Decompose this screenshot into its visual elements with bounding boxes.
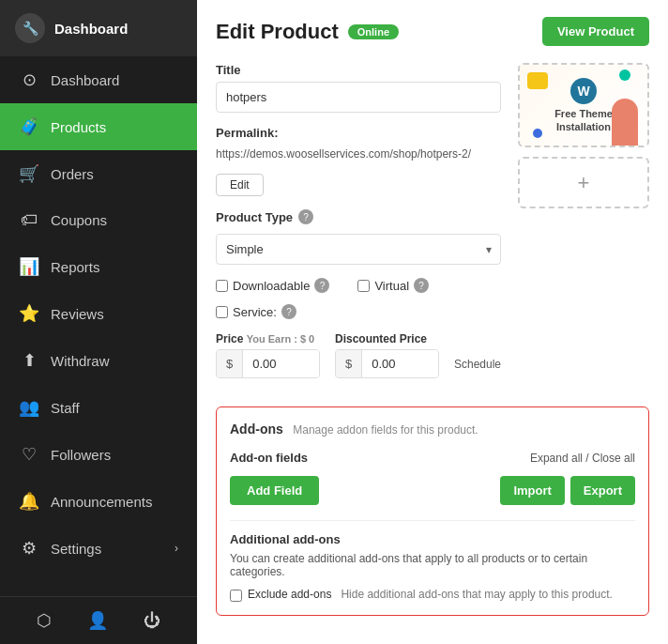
main-content: Edit Product Online View Product Title P… bbox=[197, 0, 668, 644]
sidebar-item-announcements[interactable]: 🔔 Announcements bbox=[0, 478, 197, 525]
addon-fields-label: Add-on fields bbox=[230, 451, 308, 465]
price-input[interactable] bbox=[243, 350, 319, 377]
sidebar-item-label: Reports bbox=[51, 259, 100, 275]
status-badge: Online bbox=[348, 24, 399, 39]
import-button[interactable]: Import bbox=[500, 476, 564, 505]
sidebar-item-label: Dashboard bbox=[51, 72, 119, 88]
sidebar-item-label: Withdraw bbox=[51, 353, 110, 369]
addons-description: Manage addon fields for this product. bbox=[293, 423, 478, 437]
discounted-currency: $ bbox=[336, 350, 362, 377]
user-icon[interactable]: 👤 bbox=[87, 610, 108, 631]
service-help-icon[interactable]: ? bbox=[281, 304, 296, 319]
reports-icon: 📊 bbox=[19, 256, 39, 277]
sidebar-item-label: Coupons bbox=[51, 212, 107, 228]
content-left: Title Permalink: https://demos.woosellse… bbox=[216, 63, 501, 393]
wp-logo: W bbox=[570, 78, 597, 104]
price-label: Price You Earn : $ 0 bbox=[216, 332, 320, 345]
permalink-edit-button[interactable]: Edit bbox=[216, 174, 264, 196]
power-icon[interactable]: ⏻ bbox=[144, 611, 160, 631]
export-icon[interactable]: ⬡ bbox=[37, 610, 52, 631]
orders-icon: 🛒 bbox=[19, 163, 39, 184]
price-earn: You Earn : $ 0 bbox=[247, 333, 315, 345]
sidebar-item-reports[interactable]: 📊 Reports bbox=[0, 243, 197, 290]
sidebar-item-staff[interactable]: 👥 Staff bbox=[0, 384, 197, 431]
downloadable-checkbox-item[interactable]: Downloadable ? bbox=[216, 278, 329, 293]
permalink-url: https://demos.woosellservices.com/shop/h… bbox=[216, 147, 471, 161]
addons-fields-row: Add-on fields Expand all / Close all bbox=[230, 451, 635, 465]
schedule-link[interactable]: Schedule bbox=[454, 358, 501, 378]
sidebar-item-label: Staff bbox=[51, 400, 80, 416]
addons-title: Add-ons bbox=[230, 422, 283, 437]
banner-deco-blue bbox=[533, 129, 542, 138]
coupons-icon: 🏷 bbox=[19, 210, 39, 230]
sidebar-item-withdraw[interactable]: ⬆ Withdraw bbox=[0, 337, 197, 384]
service-checkbox-item[interactable]: Service: ? bbox=[216, 304, 296, 319]
banner-person bbox=[612, 99, 638, 146]
dashboard-icon: ⊙ bbox=[19, 69, 39, 90]
sidebar-item-label: Followers bbox=[51, 447, 111, 463]
banner-title-line1: Free Theme bbox=[554, 108, 613, 119]
page-header: Edit Product Online View Product bbox=[216, 17, 649, 46]
title-input[interactable] bbox=[216, 82, 501, 113]
service-label: Service: bbox=[233, 305, 277, 319]
product-type-select[interactable]: Simple Variable External bbox=[216, 234, 501, 265]
virtual-help-icon[interactable]: ? bbox=[414, 278, 429, 293]
settings-icon: ⚙ bbox=[19, 538, 39, 559]
sidebar-arrow-icon: › bbox=[175, 542, 178, 555]
virtual-checkbox[interactable] bbox=[357, 280, 370, 292]
downloadable-label: Downloadable bbox=[233, 279, 310, 293]
content-top: Title Permalink: https://demos.woosellse… bbox=[216, 63, 649, 393]
sidebar-item-settings[interactable]: ⚙ Settings › bbox=[0, 525, 197, 572]
checkboxes-row: Downloadable ? Virtual ? bbox=[216, 278, 501, 293]
permalink-row: Permalink: https://demos.woosellservices… bbox=[216, 126, 501, 161]
sidebar-item-coupons[interactable]: 🏷 Coupons bbox=[0, 197, 197, 243]
banner-deco-green bbox=[619, 69, 630, 81]
additional-addons-section: Additional add-ons You can create additi… bbox=[230, 520, 635, 602]
content-right: W Free Theme Installation + bbox=[518, 63, 649, 208]
add-image-box[interactable]: + bbox=[518, 157, 649, 208]
product-type-row: Product Type ? bbox=[216, 209, 501, 224]
reviews-icon: ⭐ bbox=[19, 303, 39, 324]
sidebar-item-orders[interactable]: 🛒 Orders bbox=[0, 150, 197, 197]
price-input-wrap: $ bbox=[216, 349, 320, 378]
sidebar-footer: ⬡ 👤 ⏻ bbox=[0, 596, 197, 644]
addons-box: Add-ons Manage addon fields for this pro… bbox=[216, 406, 649, 616]
virtual-checkbox-item[interactable]: Virtual ? bbox=[357, 278, 429, 293]
sidebar-item-label: Announcements bbox=[51, 494, 152, 510]
service-checkbox[interactable] bbox=[216, 306, 228, 318]
product-type-select-wrap: Simple Variable External ▾ bbox=[216, 234, 501, 265]
discounted-price-input-wrap: $ bbox=[335, 349, 439, 378]
price-row: Price You Earn : $ 0 $ Discounted Price … bbox=[216, 332, 501, 378]
announcements-icon: 🔔 bbox=[19, 491, 39, 512]
addons-actions: Add Field Import Export bbox=[230, 476, 635, 505]
sidebar-item-label: Orders bbox=[51, 166, 94, 182]
product-type-help-icon[interactable]: ? bbox=[298, 209, 313, 224]
discounted-price-group: Discounted Price $ bbox=[335, 332, 439, 378]
products-icon: 🧳 bbox=[19, 116, 39, 137]
sidebar-item-reviews[interactable]: ⭐ Reviews bbox=[0, 290, 197, 337]
price-currency: $ bbox=[217, 350, 243, 377]
sidebar-logo-icon: 🔧 bbox=[15, 13, 45, 43]
expand-all-link[interactable]: Expand all / Close all bbox=[530, 452, 635, 465]
downloadable-help-icon[interactable]: ? bbox=[314, 278, 329, 293]
downloadable-checkbox[interactable] bbox=[216, 280, 228, 292]
add-field-button[interactable]: Add Field bbox=[230, 476, 319, 505]
sidebar-item-followers[interactable]: ♡ Followers bbox=[0, 431, 197, 478]
exclude-addons-checkbox[interactable] bbox=[230, 590, 242, 602]
sidebar-title: Dashboard bbox=[54, 21, 128, 37]
withdraw-icon: ⬆ bbox=[19, 350, 39, 371]
discounted-price-input[interactable] bbox=[362, 350, 438, 377]
sidebar-header: 🔧 Dashboard bbox=[0, 0, 197, 56]
product-type-label: Product Type bbox=[216, 210, 293, 224]
exclude-row: Exclude add-ons Hide additional add-ons … bbox=[230, 588, 635, 602]
export-button[interactable]: Export bbox=[570, 476, 635, 505]
banner-inner: W Free Theme Installation bbox=[554, 78, 613, 132]
sidebar-item-label: Settings bbox=[51, 541, 101, 557]
import-export-btns: Import Export bbox=[500, 476, 635, 505]
page-header-left: Edit Product Online bbox=[216, 20, 399, 44]
sidebar-item-products[interactable]: 🧳 Products bbox=[0, 103, 197, 150]
followers-icon: ♡ bbox=[19, 444, 39, 465]
title-group: Title bbox=[216, 63, 501, 113]
sidebar-item-dashboard[interactable]: ⊙ Dashboard bbox=[0, 56, 197, 103]
view-product-button[interactable]: View Product bbox=[542, 17, 649, 46]
